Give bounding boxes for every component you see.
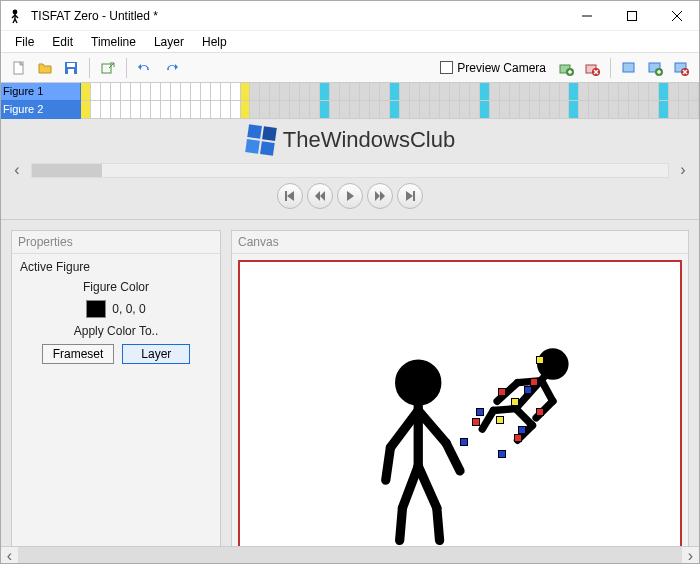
window-horizontal-scrollbar[interactable]: ‹ › [1, 546, 699, 563]
open-file-button[interactable] [33, 56, 57, 80]
timeline-cell[interactable] [310, 83, 320, 101]
edit-node[interactable] [511, 398, 519, 406]
scroll-left-icon[interactable]: ‹ [1, 547, 18, 564]
timeline-cell[interactable] [330, 101, 340, 119]
timeline-cell[interactable] [609, 101, 619, 119]
timeline-cell[interactable] [540, 83, 550, 101]
layer-remove-button[interactable] [580, 56, 604, 80]
timeline-cell[interactable] [241, 83, 251, 101]
timeline-cell[interactable] [300, 101, 310, 119]
timeline-cell[interactable] [181, 101, 191, 119]
timeline-cell[interactable] [639, 101, 649, 119]
timeline-cell[interactable] [81, 101, 91, 119]
menu-timeline[interactable]: Timeline [83, 33, 144, 51]
timeline-cell[interactable] [569, 101, 579, 119]
timeline-cell[interactable] [629, 83, 639, 101]
timeline-cell[interactable] [360, 83, 370, 101]
timeline-cell[interactable] [530, 83, 540, 101]
timeline-cells[interactable] [81, 83, 699, 119]
timeline-cell[interactable] [151, 83, 161, 101]
skip-start-button[interactable] [277, 183, 303, 209]
timeline-cell[interactable] [320, 83, 330, 101]
timeline-cell[interactable] [111, 101, 121, 119]
timeline-cell[interactable] [390, 83, 400, 101]
timeline-cell[interactable] [440, 101, 450, 119]
timeline-cell[interactable] [689, 101, 699, 119]
edit-node[interactable] [536, 356, 544, 364]
edit-node[interactable] [498, 450, 506, 458]
timeline-cell[interactable] [530, 101, 540, 119]
timeline-cell[interactable] [410, 83, 420, 101]
timeline-cell[interactable] [440, 83, 450, 101]
timeline-cell[interactable] [420, 101, 430, 119]
timeline-cell[interactable] [480, 83, 490, 101]
timeline-cell[interactable] [430, 83, 440, 101]
window-maximize-button[interactable] [609, 1, 654, 31]
frameset-button[interactable]: Frameset [42, 344, 115, 364]
timeline-cell[interactable] [250, 101, 260, 119]
timeline-cell[interactable] [560, 101, 570, 119]
timeline-cell[interactable] [91, 83, 101, 101]
timeline-cell[interactable] [260, 83, 270, 101]
timeline-cell[interactable] [470, 101, 480, 119]
timeline-cell[interactable] [121, 83, 131, 101]
new-file-button[interactable] [7, 56, 31, 80]
timeline-cell[interactable] [350, 101, 360, 119]
timeline-cell[interactable] [290, 83, 300, 101]
timeline-cell[interactable] [151, 101, 161, 119]
timeline-cell[interactable] [560, 83, 570, 101]
timeline-cell[interactable] [659, 83, 669, 101]
preview-camera-checkbox[interactable] [440, 61, 453, 74]
window-close-button[interactable] [654, 1, 699, 31]
timeline-cell[interactable] [639, 83, 649, 101]
scroll-thumb[interactable] [18, 547, 682, 563]
timeline-cell[interactable] [410, 101, 420, 119]
timeline-cell[interactable] [201, 101, 211, 119]
timeline-cell[interactable] [460, 83, 470, 101]
timeline-cell[interactable] [241, 101, 251, 119]
timeline-cell[interactable] [101, 83, 111, 101]
timeline-cell[interactable] [221, 83, 231, 101]
edit-node[interactable] [518, 426, 526, 434]
timeline-cell[interactable] [450, 101, 460, 119]
canvas[interactable] [238, 260, 682, 561]
timeline-cell[interactable] [520, 83, 530, 101]
timeline-cell[interactable] [490, 101, 500, 119]
menu-file[interactable]: File [7, 33, 42, 51]
timeline-cell[interactable] [310, 101, 320, 119]
timeline-cell[interactable] [510, 83, 520, 101]
edit-node[interactable] [476, 408, 484, 416]
timeline-cell[interactable] [579, 101, 589, 119]
timeline-scrollbar[interactable]: ‹ › [1, 161, 699, 179]
timeline-cell[interactable] [161, 83, 171, 101]
scroll-right-icon[interactable]: › [675, 162, 691, 178]
timeline-cell[interactable] [81, 83, 91, 101]
menu-layer[interactable]: Layer [146, 33, 192, 51]
timeline-cell[interactable] [370, 83, 380, 101]
timeline-cell[interactable] [280, 83, 290, 101]
layer-button[interactable]: Layer [122, 344, 190, 364]
play-button[interactable] [337, 183, 363, 209]
edit-node[interactable] [514, 434, 522, 442]
figure-label-2[interactable]: Figure 2 [1, 101, 81, 119]
timeline-cell[interactable] [649, 101, 659, 119]
rewind-button[interactable] [307, 183, 333, 209]
timeline-cell[interactable] [91, 101, 101, 119]
timeline-cell[interactable] [231, 101, 241, 119]
timeline-cell[interactable] [191, 101, 201, 119]
timeline-cell[interactable] [171, 101, 181, 119]
timeline-cell[interactable] [201, 83, 211, 101]
window-minimize-button[interactable] [564, 1, 609, 31]
stick-figure-1[interactable] [386, 364, 460, 540]
timeline-cell[interactable] [629, 101, 639, 119]
timeline-cell[interactable] [191, 83, 201, 101]
edit-node[interactable] [530, 378, 538, 386]
menu-help[interactable]: Help [194, 33, 235, 51]
layer-add-button[interactable] [554, 56, 578, 80]
timeline-cell[interactable] [579, 83, 589, 101]
timeline-cell[interactable] [550, 83, 560, 101]
timeline-cell[interactable] [270, 83, 280, 101]
timeline-cell[interactable] [460, 101, 470, 119]
scroll-track[interactable] [18, 547, 682, 563]
redo-button[interactable] [159, 56, 183, 80]
